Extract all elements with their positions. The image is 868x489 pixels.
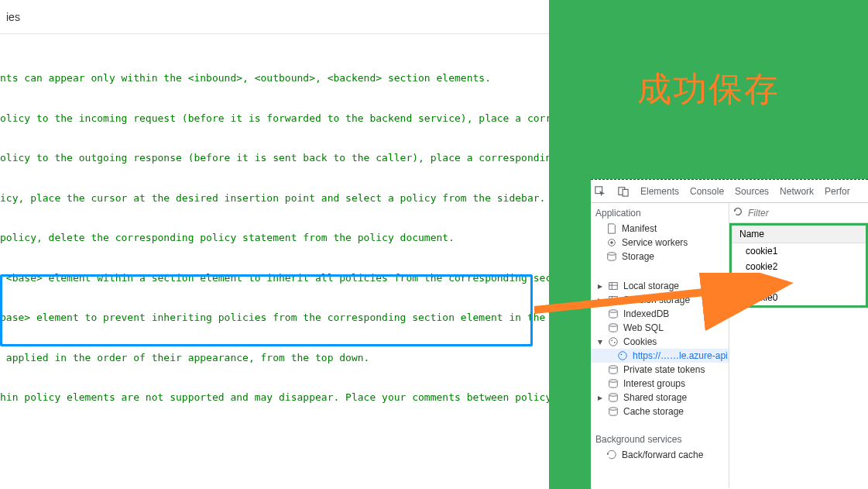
svg-point-21 [609, 394, 618, 397]
sidebar-item-bfcache[interactable]: Back/forward cache [591, 448, 729, 462]
svg-point-22 [609, 408, 618, 411]
section-application: Application [591, 203, 729, 222]
svg-point-15 [611, 339, 612, 341]
device-icon[interactable] [617, 185, 630, 198]
application-sidebar: Application Manifest Service workers Sto… [591, 203, 729, 488]
svg-point-5 [608, 253, 616, 256]
sidebar-item-private-state[interactable]: Private state tokens [591, 363, 729, 377]
svg-rect-6 [609, 283, 618, 290]
inspect-icon[interactable] [594, 185, 606, 198]
svg-point-17 [619, 352, 627, 360]
sidebar-item-service-workers[interactable]: Service workers [591, 236, 729, 250]
success-banner: 成功保存 [549, 0, 868, 179]
sidebar-item-interest-groups[interactable]: Interest groups [591, 377, 729, 391]
policy-code: nts can appear only within the <inbound>… [0, 39, 588, 489]
sidebar-item-local-storage[interactable]: ▸Local storage [591, 279, 729, 293]
cookies-table: Name cookie1 cookie2 cookie3 cookie0 [729, 223, 868, 308]
sidebar-item-manifest[interactable]: Manifest [591, 222, 729, 236]
tab-performance[interactable]: Perfor [825, 186, 850, 197]
filter-input[interactable] [748, 208, 865, 219]
svg-rect-2 [623, 189, 628, 196]
cookie-row[interactable]: cookie3 [732, 274, 866, 290]
tab-console[interactable]: Console [690, 186, 724, 197]
section-background: Background services [591, 429, 729, 448]
comment-line: applied in the order of their appearance… [0, 351, 588, 364]
comment-line: hin policy elements are not supported an… [0, 391, 588, 404]
sidebar-item-cookies[interactable]: ▾Cookies [591, 335, 729, 349]
sidebar-item-indexeddb[interactable]: IndexedDB [591, 307, 729, 321]
tab-sources[interactable]: Sources [735, 186, 769, 197]
sidebar-item-shared-storage[interactable]: ▸Shared storage [591, 391, 729, 405]
sidebar-item-session-storage[interactable]: ▸Session storage [591, 293, 729, 307]
banner-text: 成功保存 [637, 67, 780, 112]
svg-point-16 [614, 342, 616, 343]
tab-network[interactable]: Network [780, 186, 814, 197]
svg-point-13 [609, 324, 618, 327]
tab-elements[interactable]: Elements [640, 186, 679, 197]
cookie-row[interactable]: cookie2 [732, 259, 866, 274]
svg-point-19 [609, 366, 618, 369]
comment-line: olicy to the incoming request (before it… [0, 112, 588, 125]
svg-point-18 [620, 353, 622, 355]
comment-line: olicy to the outgoing response (before i… [0, 151, 588, 164]
cookie-row[interactable]: cookie1 [732, 243, 866, 259]
comment-line: policy, delete the corresponding policy … [0, 231, 588, 244]
top-label: ies [6, 11, 20, 23]
comment-line: nts can appear only within the <inbound>… [0, 71, 588, 84]
cookie-row[interactable]: cookie0 [732, 290, 866, 305]
svg-point-12 [609, 310, 618, 313]
comment-line: icy, place the cursor at the desired ins… [0, 191, 588, 205]
highlight-annotation [0, 274, 533, 346]
filter-bar [729, 203, 868, 223]
devtools-tabs: Elements Console Sources Network Perfor [591, 180, 868, 203]
sidebar-item-websql[interactable]: Web SQL [591, 321, 729, 335]
svg-rect-9 [609, 297, 618, 304]
column-name[interactable]: Name [732, 226, 866, 243]
svg-point-14 [609, 338, 618, 346]
svg-point-20 [609, 380, 618, 383]
sidebar-item-cookie-domain[interactable]: https://……le.azure-api.cn [591, 349, 729, 363]
cookies-panel: Name cookie1 cookie2 cookie3 cookie0 [729, 203, 868, 488]
svg-point-4 [610, 241, 613, 244]
devtools-panel: Elements Console Sources Network Perfor … [591, 179, 868, 489]
sidebar-item-storage[interactable]: Storage [591, 250, 729, 263]
sidebar-item-cache-storage[interactable]: Cache storage [591, 405, 729, 418]
refresh-icon[interactable] [732, 206, 743, 219]
